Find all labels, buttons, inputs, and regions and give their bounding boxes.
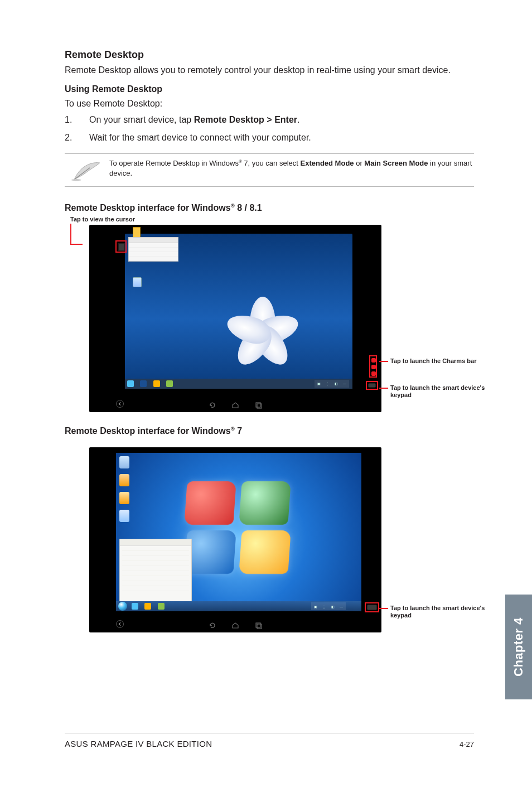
taskbar-icon	[127, 380, 134, 387]
tile-icon	[133, 227, 141, 238]
back-icon	[116, 620, 124, 628]
note-mid: 7, you can select	[242, 159, 301, 167]
heading-win7-post: 7	[235, 426, 242, 436]
taskbar-icon	[158, 603, 165, 610]
registered-mark: ®	[231, 202, 235, 209]
nav-back-icon	[208, 621, 216, 629]
screenshot-win8: ▣⋮◧⋯	[89, 225, 381, 412]
step-1: 1. On your smart device, tap Remote Desk…	[65, 114, 474, 126]
page-footer: ASUS RAMPAGE IV BLACK EDITION 4-27	[65, 733, 474, 748]
leader-line	[379, 361, 388, 362]
page: Remote Desktop Remote Desktop allows you…	[0, 0, 532, 802]
figure-win8: Tap to view the cursor ▣⋮◧⋯	[65, 225, 474, 412]
step-text-pre: Wait for the smart device to connect wit…	[89, 133, 311, 142]
desktop-icon	[133, 277, 142, 287]
heading-win7: Remote Desktop interface for Windows® 7	[65, 426, 474, 436]
leader-line	[379, 388, 388, 389]
subheading-using: Using Remote Desktop	[65, 84, 474, 94]
note-box: To operate Remote Desktop in Windows® 7,…	[65, 153, 474, 187]
step-number: 1.	[65, 114, 89, 126]
svg-rect-3	[256, 623, 260, 627]
leader-line	[379, 608, 388, 609]
footer-product: ASUS RAMPAGE IV BLACK EDITION	[65, 739, 212, 748]
highlight-cursor-button	[115, 240, 127, 253]
figure-win7: ▣⋮◧⋯ Tap to launch the smart device's ke…	[65, 447, 474, 632]
section-title: Remote Desktop	[65, 49, 474, 61]
system-tray: ▣⋮◧⋯	[311, 602, 346, 610]
callout-keypad-label: Tap to launch the smart device's keypad	[390, 605, 485, 619]
callout-cursor-label: Tap to view the cursor	[70, 216, 135, 223]
svg-point-0	[71, 179, 81, 181]
taskbar-icon	[140, 380, 147, 387]
taskbar-icon	[144, 603, 151, 610]
desktop-icon	[119, 456, 129, 468]
note-text: To operate Remote Desktop in Windows® 7,…	[109, 158, 474, 178]
screenshot-win7: ▣⋮◧⋯	[89, 447, 381, 632]
feather-icon	[65, 158, 109, 183]
desktop-icons	[119, 456, 129, 522]
leader-line	[70, 224, 71, 244]
desktop-icon	[119, 474, 129, 486]
callout-cursor: Tap to view the cursor	[70, 216, 135, 223]
heading-win8: Remote Desktop interface for Windows® 8 …	[65, 202, 474, 213]
step-number: 2.	[65, 132, 89, 144]
heading-win8-post: 8 / 8.1	[235, 204, 262, 213]
chapter-tab: Chapter 4	[505, 595, 532, 699]
heading-win8-pre: Remote Desktop interface for Windows	[65, 204, 231, 213]
svg-rect-4	[257, 624, 262, 629]
start-menu	[119, 539, 192, 606]
start-orb-icon	[118, 602, 127, 611]
system-tray: ▣⋮◧⋯	[315, 380, 349, 388]
highlight-charms-button	[369, 355, 377, 378]
registered-mark: ®	[231, 426, 235, 432]
callout-charms-label: Tap to launch the Charms bar	[390, 357, 476, 364]
nav-buttons	[208, 401, 263, 409]
heading-win7-pre: Remote Desktop interface for Windows	[65, 426, 231, 436]
highlight-keypad-button	[365, 602, 379, 612]
highlight-keypad-button	[366, 381, 378, 390]
step-text-post: .	[297, 115, 299, 124]
nav-home-icon	[231, 621, 239, 629]
svg-rect-2	[257, 404, 262, 408]
nav-recent-icon	[255, 401, 263, 409]
step-text: On your smart device, tap Remote Desktop…	[89, 114, 474, 126]
back-icon	[116, 400, 124, 408]
svg-rect-1	[256, 403, 260, 407]
chapter-tab-label: Chapter 4	[511, 617, 526, 677]
windows-logo	[186, 481, 292, 576]
note-pre: To operate Remote Desktop in Windows	[109, 159, 239, 167]
taskbar-icon	[153, 380, 160, 387]
callout-keypad: Tap to launch the smart device's keypad	[390, 384, 485, 399]
step-text: Wait for the smart device to connect wit…	[89, 132, 474, 144]
nav-recent-icon	[255, 621, 263, 629]
callout-keypad-label: Tap to launch the smart device's keypad	[390, 384, 485, 398]
nav-back-icon	[208, 401, 216, 409]
nav-home-icon	[231, 401, 239, 409]
step-text-pre: On your smart device, tap	[89, 115, 194, 124]
context-menu	[128, 237, 178, 262]
footer-page-number: 4-27	[460, 740, 474, 748]
desktop-icon	[119, 492, 129, 504]
taskbar-icon	[166, 380, 173, 387]
note-or: or	[354, 159, 365, 167]
lead-text: To use Remote Desktop:	[65, 98, 474, 110]
nav-buttons	[208, 621, 263, 629]
steps-list: 1. On your smart device, tap Remote Desk…	[65, 114, 474, 143]
rule	[65, 186, 474, 187]
desktop-icon	[119, 510, 129, 522]
callout-keypad: Tap to launch the smart device's keypad	[390, 605, 485, 619]
step-2: 2. Wait for the smart device to connect …	[65, 132, 474, 144]
callout-charms: Tap to launch the Charms bar	[390, 357, 485, 365]
note-bold-2: Main Screen Mode	[364, 159, 428, 167]
section-intro: Remote Desktop allows you to remotely co…	[65, 64, 474, 76]
note-bold-1: Extended Mode	[300, 159, 354, 167]
taskbar-icon	[132, 603, 138, 610]
step-text-bold: Remote Desktop > Enter	[194, 115, 297, 124]
